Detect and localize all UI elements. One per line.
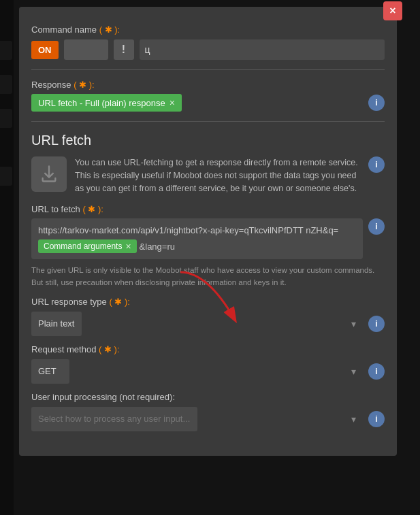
request-method-info-button[interactable]: i xyxy=(368,363,385,380)
command-name-row: ON ! xyxy=(31,39,385,60)
cmd-arg-tag: Command arguments × xyxy=(38,239,137,253)
command-name-label: Command name ( ✱ ): xyxy=(31,24,385,35)
user-input-label: User input processing (not required): xyxy=(31,392,385,402)
request-method-label: Request method ( ✱ ): xyxy=(31,344,385,354)
url-fetch-info-button[interactable]: i xyxy=(368,156,385,173)
response-type-dropdown-wrapper: Plain text JSON XML xyxy=(31,312,363,336)
on-toggle-button[interactable]: ON xyxy=(31,41,59,59)
response-tag: URL fetch - Full (plain) response × xyxy=(31,94,182,112)
request-method-row: GET POST i xyxy=(31,359,385,384)
command-modal: × Command name ( ✱ ): ON ! Response ( ✱ … xyxy=(19,7,397,456)
user-input-dropdown-wrapper: Select how to process any user input... xyxy=(31,407,363,431)
url-fetch-description: You can use URL-fetching to get a respon… xyxy=(75,156,360,195)
command-name-input[interactable] xyxy=(140,39,385,60)
divider-1 xyxy=(31,69,385,70)
response-type-info-button[interactable]: i xyxy=(368,316,385,332)
url-to-fetch-label: URL to fetch ( ✱ ): xyxy=(31,204,103,214)
url-fetch-desc-row: You can use URL-fetching to get a respon… xyxy=(31,156,385,195)
exclamation-button[interactable]: ! xyxy=(114,39,134,60)
response-row: URL fetch - Full (plain) response × i xyxy=(31,94,385,112)
url-suffix-text: &lang=ru xyxy=(140,242,175,252)
download-icon xyxy=(31,156,67,192)
user-input-row: Select how to process any user input... … xyxy=(31,407,385,431)
response-tag-close[interactable]: × xyxy=(169,97,175,108)
divider-2 xyxy=(31,121,385,122)
user-input-info-button[interactable]: i xyxy=(368,411,385,427)
url-notice-text: The given URL is only visible to the Moo… xyxy=(31,265,385,288)
request-method-select[interactable]: GET POST xyxy=(31,359,69,384)
response-type-row: Plain text JSON XML i xyxy=(31,312,385,336)
response-label: Response ( ✱ ): xyxy=(31,80,95,90)
response-type-select[interactable]: Plain text JSON XML xyxy=(31,312,82,336)
command-prefix-input[interactable] xyxy=(64,39,108,60)
response-type-label: URL response type ( ✱ ): xyxy=(31,297,385,307)
url-prefix-text: https://tarkov-market.com/api/v1/nightbo… xyxy=(38,225,338,235)
close-button[interactable]: × xyxy=(383,1,402,20)
url-input-info-button[interactable]: i xyxy=(368,218,385,235)
url-input-container[interactable]: https://tarkov-market.com/api/v1/nightbo… xyxy=(31,218,363,259)
request-method-dropdown-wrapper: GET POST xyxy=(31,359,363,384)
user-input-select[interactable]: Select how to process any user input... xyxy=(31,407,197,431)
section-title: URL fetch xyxy=(31,133,385,148)
cmd-arg-close[interactable]: × xyxy=(125,241,131,252)
modal-content: Command name ( ✱ ): ON ! Response ( ✱ ):… xyxy=(19,7,397,442)
response-info-button[interactable]: i xyxy=(368,95,385,111)
